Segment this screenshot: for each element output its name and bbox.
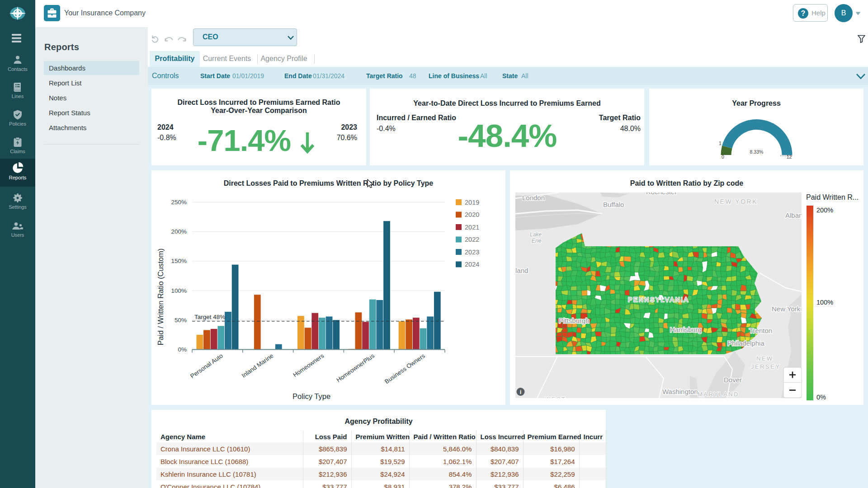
svg-text:Paid / Written Ratio (Custom): Paid / Written Ratio (Custom) [156, 249, 165, 345]
svg-text:Personal Auto: Personal Auto [189, 352, 224, 380]
svg-text:Philadelphia: Philadelphia [727, 339, 764, 347]
svg-text:Inland Marine: Inland Marine [241, 352, 275, 379]
svg-text:150%: 150% [171, 258, 187, 264]
svg-text:2021: 2021 [465, 224, 479, 231]
svg-text:200%: 200% [816, 206, 833, 214]
svg-text:0: 0 [722, 154, 724, 160]
svg-text:200%: 200% [171, 228, 187, 235]
svg-text:NEW: NEW [756, 355, 774, 362]
svg-text:New York: New York [772, 305, 801, 313]
svg-text:Paid Written R...: Paid Written R... [806, 193, 859, 201]
svg-text:2019: 2019 [465, 199, 479, 206]
svg-text:1: 1 [719, 141, 722, 146]
svg-text:100%: 100% [816, 299, 833, 306]
svg-text:London: London [522, 194, 545, 202]
svg-text:Pittsburgh: Pittsburgh [559, 317, 590, 324]
svg-text:HomeownerPlus: HomeownerPlus [335, 352, 376, 384]
svg-text:50%: 50% [175, 317, 187, 324]
svg-text:100%: 100% [171, 287, 187, 294]
svg-text:0%: 0% [816, 394, 826, 401]
svg-text:0%: 0% [178, 346, 187, 353]
svg-text:2024: 2024 [465, 261, 479, 268]
svg-text:Trenton: Trenton [749, 327, 772, 334]
svg-text:i: i [520, 389, 522, 395]
svg-text:250%: 250% [171, 199, 187, 206]
svg-text:PENNSYLVANIA: PENNSYLVANIA [628, 296, 689, 303]
svg-text:land: land [515, 267, 528, 274]
svg-text:2020: 2020 [465, 211, 479, 218]
svg-text:Target 48%: Target 48% [194, 314, 225, 320]
svg-text:8.33%: 8.33% [750, 149, 764, 155]
svg-text:NEW YORK: NEW YORK [714, 198, 758, 205]
svg-text:Homeowners: Homeowners [292, 352, 325, 379]
svg-text:2023: 2023 [465, 249, 479, 256]
svg-text:Lake: Lake [530, 231, 542, 238]
svg-text:Rochester: Rochester [646, 188, 677, 196]
svg-text:WEST: WEST [545, 396, 566, 403]
svg-text:Policy Type: Policy Type [292, 392, 330, 400]
svg-text:2022: 2022 [465, 236, 479, 243]
svg-text:Washington: Washington [662, 388, 698, 395]
svg-text:Buffalo: Buffalo [603, 201, 624, 208]
svg-text:MARYLAND: MARYLAND [698, 391, 739, 398]
svg-text:Dover: Dover [724, 376, 742, 384]
svg-text:Alban: Alban [785, 211, 802, 219]
svg-text:Erie: Erie [532, 238, 542, 244]
svg-text:Business Owners: Business Owners [383, 352, 426, 385]
svg-text:JERSEY: JERSEY [751, 363, 781, 370]
svg-text:Harrisburg: Harrisburg [670, 326, 702, 333]
svg-text:12: 12 [787, 154, 792, 160]
